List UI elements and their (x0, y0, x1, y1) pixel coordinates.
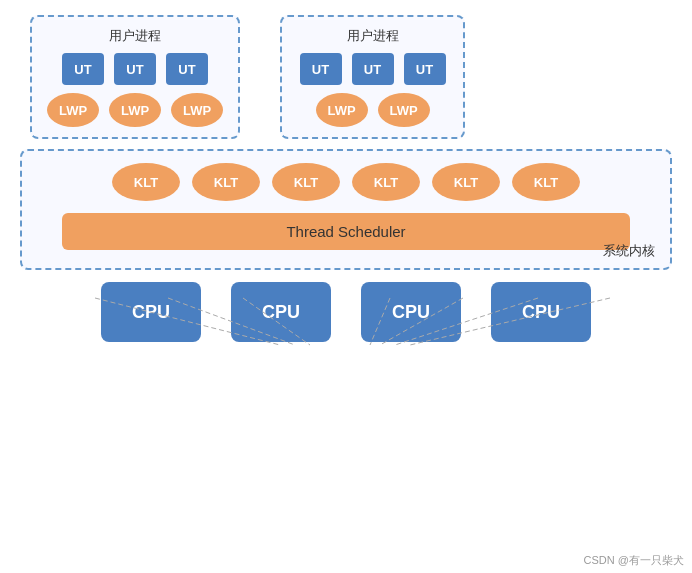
kernel-section: KLT KLT KLT KLT KLT KLT Thread Scheduler… (20, 149, 672, 270)
ut-2-2: UT (352, 53, 394, 85)
diagram-container: 用户进程 UT UT UT LWP LWP LWP 用户进程 UT UT UT … (0, 0, 692, 573)
lwp-row-2: LWP LWP (297, 93, 448, 127)
ut-2-1: UT (300, 53, 342, 85)
klt-6: KLT (512, 163, 580, 201)
cpu-1: CPU (101, 282, 201, 342)
ut-row-2: UT UT UT (297, 53, 448, 85)
ut-row-1: UT UT UT (47, 53, 223, 85)
thread-scheduler-label: Thread Scheduler (286, 223, 405, 240)
lwp-1-2: LWP (109, 93, 161, 127)
ut-2-3: UT (404, 53, 446, 85)
klt-1: KLT (112, 163, 180, 201)
user-process-2: 用户进程 UT UT UT LWP LWP (280, 15, 465, 139)
klt-row: KLT KLT KLT KLT KLT KLT (32, 163, 660, 201)
lwp-1-1: LWP (47, 93, 99, 127)
lwp-1-3: LWP (171, 93, 223, 127)
klt-4: KLT (352, 163, 420, 201)
cpu-4: CPU (491, 282, 591, 342)
klt-5: KLT (432, 163, 500, 201)
lwp-row-1: LWP LWP LWP (47, 93, 223, 127)
user-process-1-label: 用户进程 (47, 27, 223, 45)
thread-scheduler-box: Thread Scheduler (62, 213, 630, 250)
cpu-2: CPU (231, 282, 331, 342)
cpu-row: CPU CPU CPU CPU (10, 282, 682, 342)
user-process-2-label: 用户进程 (297, 27, 448, 45)
watermark: CSDN @有一只柴犬 (584, 553, 684, 568)
kernel-label: 系统内核 (603, 242, 655, 260)
klt-2: KLT (192, 163, 260, 201)
klt-3: KLT (272, 163, 340, 201)
user-process-1: 用户进程 UT UT UT LWP LWP LWP (30, 15, 240, 139)
lwp-2-2: LWP (378, 93, 430, 127)
ut-1-3: UT (166, 53, 208, 85)
lwp-2-1: LWP (316, 93, 368, 127)
ut-1-1: UT (62, 53, 104, 85)
user-processes-row: 用户进程 UT UT UT LWP LWP LWP 用户进程 UT UT UT … (10, 15, 682, 139)
cpu-3: CPU (361, 282, 461, 342)
ut-1-2: UT (114, 53, 156, 85)
